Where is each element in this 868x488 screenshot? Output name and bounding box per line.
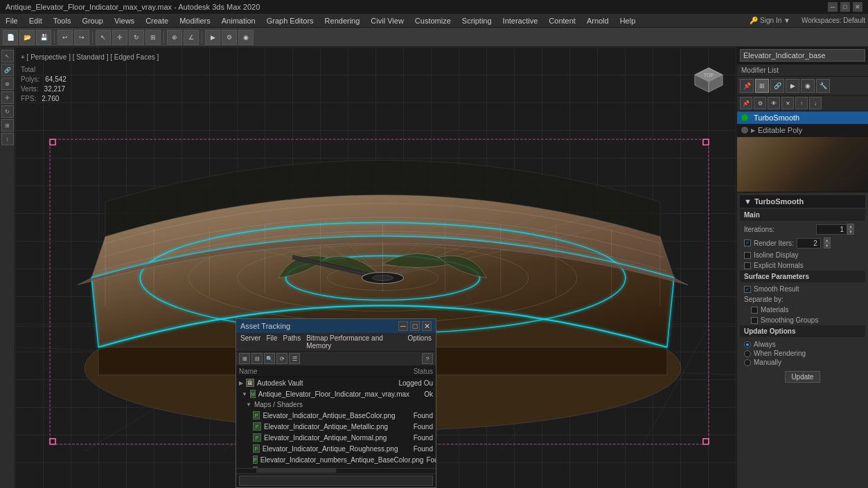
rp-icon-pin[interactable]: 📌 xyxy=(740,79,754,93)
mod-remove-btn[interactable]: ✕ xyxy=(781,97,794,109)
new-btn[interactable]: 📄 xyxy=(3,30,18,45)
at-row-vault[interactable]: ▶ 🏛 Autodesk Vault Logged Ou xyxy=(236,377,436,388)
iterations-input[interactable] xyxy=(816,224,847,235)
menu-create[interactable]: Create xyxy=(143,17,171,25)
render-setup-btn[interactable]: ⚙ xyxy=(222,30,237,45)
at-scrollbar-h[interactable] xyxy=(236,468,436,473)
at-menu-server[interactable]: Server xyxy=(240,334,260,350)
mod-pin-btn[interactable]: 📌 xyxy=(740,97,752,109)
at-close[interactable]: ✕ xyxy=(422,321,432,331)
menu-tools[interactable]: Tools xyxy=(51,17,74,25)
menu-rendering[interactable]: Rendering xyxy=(322,17,363,25)
open-btn[interactable]: 📂 xyxy=(19,30,35,45)
scale-btn[interactable]: ⊞ xyxy=(145,30,161,45)
materials-check[interactable] xyxy=(751,307,758,314)
menu-edit[interactable]: Edit xyxy=(26,17,45,25)
rp-icon-modify[interactable]: ⊞ xyxy=(755,79,769,93)
rotate-btn[interactable]: ↻ xyxy=(129,30,144,45)
mod-moveup-btn[interactable]: ↑ xyxy=(795,97,808,109)
iterations-down[interactable]: ▼ xyxy=(847,229,854,235)
tool-link[interactable]: 🔗 xyxy=(1,64,14,76)
mod-movedown-btn[interactable]: ↓ xyxy=(809,97,822,109)
at-row-basecolor[interactable]: P Elevator_Indicator_Antique_BaseColor.p… xyxy=(236,410,436,421)
menu-modifiers[interactable]: Modifiers xyxy=(177,17,213,25)
rp-icon-motion[interactable]: ▶ xyxy=(786,79,799,93)
at-row-num-basecolor[interactable]: P Elevator_Indicator_numbers_Antique_Bas… xyxy=(236,454,436,465)
nav-cube[interactable]: TOP xyxy=(688,54,729,96)
menu-customize[interactable]: Customize xyxy=(412,17,454,25)
smoothing-groups-row[interactable]: Smoothing Groups xyxy=(740,315,865,325)
at-tool-3[interactable]: 🔍 xyxy=(264,353,275,364)
at-row-normal[interactable]: P Elevator_Indicator_Antique_Normal.png … xyxy=(236,432,436,443)
menu-help[interactable]: Help xyxy=(617,17,639,25)
radio-always[interactable]: Always xyxy=(744,340,861,349)
angle-snap-btn[interactable]: ∠ xyxy=(184,30,199,45)
at-tool-4[interactable]: ⟳ xyxy=(276,353,287,364)
at-tool-help[interactable]: ? xyxy=(422,353,433,364)
at-menu-bitmap[interactable]: Bitmap Performance and Memory xyxy=(306,334,402,350)
select-btn[interactable]: ↖ xyxy=(96,30,111,45)
undo-btn[interactable]: ↩ xyxy=(57,30,73,45)
render-iter-input[interactable] xyxy=(797,238,821,248)
material-editor-btn[interactable]: ◉ xyxy=(238,30,254,45)
move-btn[interactable]: ✛ xyxy=(112,30,127,45)
turbosmooth-section[interactable]: ▼ TurboSmooth xyxy=(740,195,865,208)
smoothing-groups-check[interactable] xyxy=(751,317,758,324)
modifier-item-editablepoly[interactable]: ▶ Editable Poly xyxy=(737,124,868,136)
sign-in-btn[interactable]: 🔑 Sign In ▼ xyxy=(750,17,790,24)
snap-btn[interactable]: ⊕ xyxy=(167,30,182,45)
object-name-input[interactable] xyxy=(740,49,865,62)
smooth-result-check[interactable] xyxy=(744,286,751,293)
rp-icon-hierarchy[interactable]: 🔗 xyxy=(770,79,784,93)
update-btn[interactable]: Update xyxy=(785,371,820,383)
menu-animation[interactable]: Animation xyxy=(219,17,258,25)
mod-show-btn[interactable]: 👁 xyxy=(768,97,780,109)
menu-scripting[interactable]: Scripting xyxy=(459,17,495,25)
maximize-btn[interactable]: □ xyxy=(840,2,850,12)
rp-icon-display[interactable]: ◉ xyxy=(801,79,815,93)
at-menu-file[interactable]: File xyxy=(266,334,277,350)
tool-squash[interactable]: ↕ xyxy=(1,133,14,145)
at-minimize[interactable]: ─ xyxy=(398,321,408,331)
tool-move[interactable]: ✛ xyxy=(1,91,14,104)
render-iter-down[interactable]: ▼ xyxy=(824,243,831,248)
iterations-up[interactable]: ▲ xyxy=(847,224,854,229)
explicit-normals-check[interactable] xyxy=(744,262,751,269)
isoline-check[interactable] xyxy=(744,252,751,259)
menu-group[interactable]: Group xyxy=(79,17,106,25)
menu-content[interactable]: Content xyxy=(546,17,578,25)
at-row-roughness[interactable]: P Elevator_Indicator_Antique_Roughness.p… xyxy=(236,443,436,454)
at-menu-options[interactable]: Options xyxy=(408,334,432,350)
menu-graph-editors[interactable]: Graph Editors xyxy=(264,17,317,25)
menu-civil-view[interactable]: Civil View xyxy=(368,17,406,25)
at-search-input[interactable] xyxy=(239,476,433,486)
radio-manually[interactable]: Manually xyxy=(744,358,861,367)
iterations-spinner[interactable]: ▲ ▼ xyxy=(816,224,854,235)
redo-btn[interactable]: ↪ xyxy=(74,30,89,45)
at-row-maps[interactable]: ▼ Maps / Shaders xyxy=(236,399,436,410)
materials-row[interactable]: Materials xyxy=(740,305,865,315)
tool-scale[interactable]: ⊞ xyxy=(1,119,14,132)
at-tool-5[interactable]: ☰ xyxy=(289,353,300,364)
smooth-result-row[interactable]: Smooth Result xyxy=(740,284,865,294)
menu-interactive[interactable]: Interactive xyxy=(500,17,541,25)
menu-file[interactable]: File xyxy=(3,17,21,25)
at-row-metallic[interactable]: P Elevator_Indicator_Antique_Metallic.pn… xyxy=(236,421,436,432)
render-iter-check[interactable] xyxy=(744,240,751,246)
at-tool-1[interactable]: ⊞ xyxy=(239,353,250,364)
save-btn[interactable]: 💾 xyxy=(36,30,51,45)
mod-configure-btn[interactable]: ⚙ xyxy=(754,97,766,109)
tool-rotate[interactable]: ↻ xyxy=(1,105,14,118)
menu-arnold[interactable]: Arnold xyxy=(584,17,612,25)
tool-bind[interactable]: ⊗ xyxy=(1,78,14,90)
at-menu-paths[interactable]: Paths xyxy=(283,334,301,350)
render-iter-up[interactable]: ▲ xyxy=(824,237,831,243)
menu-views[interactable]: Views xyxy=(112,17,137,25)
tool-select[interactable]: ↖ xyxy=(1,50,14,62)
modifier-item-turbosmooth[interactable]: TurboSmooth xyxy=(737,111,868,124)
render-btn[interactable]: ▶ xyxy=(205,30,220,45)
close-btn[interactable]: ✕ xyxy=(853,2,862,12)
at-tool-2[interactable]: ⊟ xyxy=(251,353,263,364)
isoline-row[interactable]: Isoline Display xyxy=(740,250,865,260)
radio-when-rendering[interactable]: When Rendering xyxy=(744,349,861,358)
